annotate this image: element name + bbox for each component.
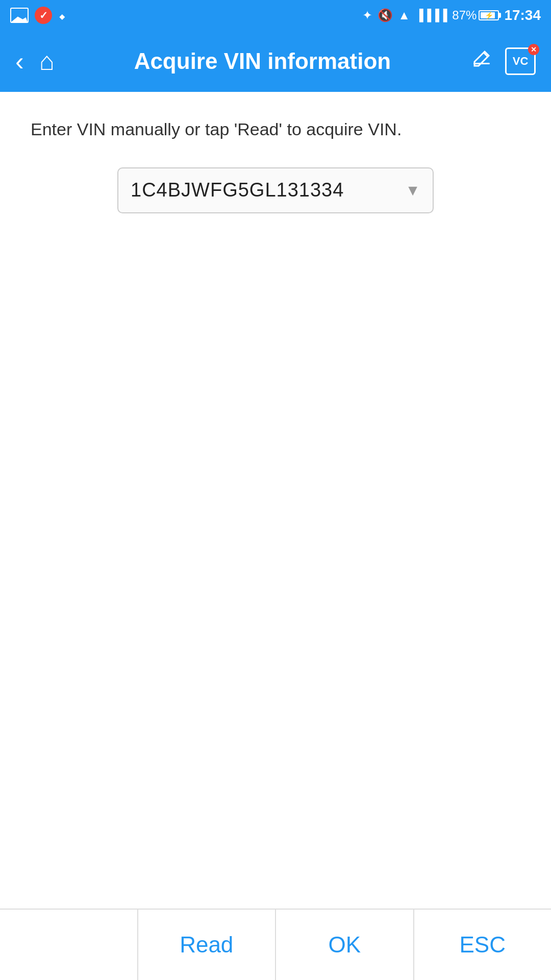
status-time: 17:34 xyxy=(504,7,541,23)
battery-icon: ⚡ xyxy=(479,10,499,20)
vc-badge[interactable]: VC ✕ xyxy=(505,47,536,75)
toolbar: ‹ ⌂ Acquire VIN information VC ✕ xyxy=(0,31,551,92)
vin-dropdown[interactable]: 1C4BJWFG5GL131334 ▼ xyxy=(117,167,434,213)
close-icon: ✕ xyxy=(528,44,539,55)
instruction-text: Enter VIN manually or tap 'Read' to acqu… xyxy=(31,117,520,142)
edit-icon[interactable] xyxy=(470,47,493,75)
gallery-icon xyxy=(10,8,29,23)
chevron-down-icon: ▼ xyxy=(405,182,420,199)
read-button[interactable]: Read xyxy=(138,910,277,980)
toolbar-left: ‹ ⌂ xyxy=(15,46,55,76)
vin-dropdown-wrapper: 1C4BJWFG5GL131334 ▼ xyxy=(117,167,434,213)
bluetooth-icon: ✦ xyxy=(362,8,372,22)
esc-button[interactable]: ESC xyxy=(414,910,552,980)
check-circle-icon: ✓ xyxy=(35,7,52,24)
wifi-icon: ▲ xyxy=(398,8,410,22)
usb-icon: ⬥ xyxy=(58,8,66,23)
signal-icon: ▐▐▐▐ xyxy=(415,9,447,22)
status-bar: ✓ ⬥ ✦ 🔇 ▲ ▐▐▐▐ 87% ⚡ 17:34 xyxy=(0,0,551,31)
toolbar-right: VC ✕ xyxy=(470,47,536,75)
ok-button[interactable]: OK xyxy=(276,910,414,980)
mute-icon: 🔇 xyxy=(378,8,393,22)
status-bar-left: ✓ ⬥ xyxy=(10,7,66,24)
battery-indicator: 87% ⚡ xyxy=(452,8,499,22)
main-content: Enter VIN manually or tap 'Read' to acqu… xyxy=(0,92,551,213)
battery-percent: 87% xyxy=(452,8,477,22)
status-bar-right: ✦ 🔇 ▲ ▐▐▐▐ 87% ⚡ 17:34 xyxy=(362,7,541,23)
bottom-bar: Read OK ESC xyxy=(0,909,551,980)
back-button[interactable]: ‹ xyxy=(15,48,24,74)
bottom-empty-slot xyxy=(0,910,138,980)
home-button[interactable]: ⌂ xyxy=(39,46,55,76)
vin-value: 1C4BJWFG5GL131334 xyxy=(131,179,344,201)
page-title: Acquire VIN information xyxy=(55,48,470,74)
